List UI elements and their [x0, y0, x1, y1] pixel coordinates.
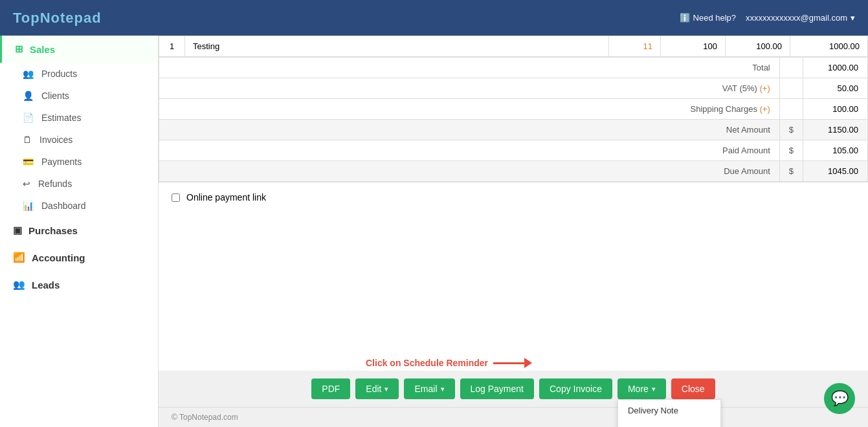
more-button[interactable]: More ▾	[618, 378, 666, 399]
due-value: 1045.00	[803, 161, 868, 182]
sidebar-accounting-label: Accounting	[32, 252, 85, 263]
email-label: Email	[414, 384, 437, 394]
sidebar-item-products[interactable]: 👥 Products	[0, 63, 158, 85]
delivery-note-option[interactable]: Delivery Note	[618, 400, 720, 421]
app-logo[interactable]: TopNotepad	[13, 10, 102, 27]
invoice-table: 1 Testing 11 100 100.00 1000.00	[159, 36, 868, 57]
email-dropdown-container: Email ▾	[404, 378, 454, 399]
edit-dropdown-container: Edit ▾	[355, 378, 399, 399]
summary-total-row: Total 1000.00	[159, 58, 868, 78]
annotation-text: Click on Schedule Reminder	[366, 358, 488, 368]
sidebar-item-refunds[interactable]: ↩ Refunds	[0, 173, 158, 195]
email-button[interactable]: Email ▾	[404, 378, 454, 399]
sidebar-item-dashboard[interactable]: 📊 Dashboard	[0, 195, 158, 217]
footer-copyright: © TopNotepad.com	[172, 413, 238, 422]
sidebar-item-estimates[interactable]: 📄 Estimates	[0, 107, 158, 129]
main-content: 1 Testing 11 100 100.00 1000.00 Total 10…	[159, 36, 868, 427]
sidebar-products-label: Products	[41, 69, 77, 79]
help-icon: ℹ️	[680, 13, 690, 23]
copy-invoice-button[interactable]: Copy Invoice	[539, 378, 612, 399]
paid-currency: $	[779, 140, 803, 161]
help-link[interactable]: ℹ️ Need help?	[680, 13, 737, 23]
arrow-icon	[493, 356, 532, 369]
total-label: Total	[159, 58, 780, 78]
footer: © TopNotepad.com	[159, 407, 868, 427]
products-icon: 👥	[23, 69, 34, 79]
row-num: 1	[159, 36, 185, 57]
sidebar-item-clients[interactable]: 👤 Clients	[0, 85, 158, 107]
sidebar-sales-label: Sales	[30, 44, 55, 55]
action-bar: PDF Edit ▾ Email ▾ Log Payment Copy Invo…	[159, 371, 868, 407]
log-payment-button[interactable]: Log Payment	[460, 378, 535, 399]
sidebar-leads-header[interactable]: 👥 Leads	[0, 271, 158, 298]
chevron-down-icon: ▾	[851, 13, 855, 23]
summary-due-row: Due Amount $ 1045.00	[159, 161, 868, 182]
more-dropdown-menu: Delivery Note Log Expense Schedule Remin…	[618, 399, 721, 427]
summary-table: Total 1000.00 VAT (5%) (+) 50.00 Shippi	[159, 57, 868, 182]
total-value: 1000.00	[803, 58, 868, 78]
row-qty: 11	[609, 36, 661, 57]
logo-notepad: Notepad	[40, 10, 102, 26]
dashboard-icon: 📊	[23, 201, 34, 211]
net-amount-label: Net Amount	[159, 120, 780, 140]
sidebar-accounting-header[interactable]: 📶 Accounting	[0, 244, 158, 271]
vat-value: 50.00	[803, 78, 868, 99]
log-expense-option[interactable]: Log Expense	[618, 421, 720, 427]
header-right: ℹ️ Need help? xxxxxxxxxxxxx@gmail.com ▾	[680, 13, 855, 23]
row-total: 1000.00	[790, 36, 868, 57]
sidebar-purchases-header[interactable]: ▣ Purchases	[0, 217, 158, 244]
accounting-icon: 📶	[13, 252, 25, 263]
shipping-label: Shipping Charges (+)	[159, 99, 780, 120]
shipping-value: 100.00	[803, 99, 868, 120]
refunds-icon: ↩	[23, 179, 30, 189]
more-chevron-icon: ▾	[652, 385, 656, 393]
logo-top: Top	[13, 10, 40, 26]
vat-label: VAT (5%) (+)	[159, 78, 780, 99]
main-layout: ⊞ Sales 👥 Products 👤 Clients 📄 Estimates…	[0, 36, 868, 427]
pdf-button[interactable]: PDF	[311, 378, 350, 399]
table-row: 1 Testing 11 100 100.00 1000.00	[159, 36, 868, 57]
edit-button[interactable]: Edit ▾	[355, 378, 399, 399]
due-currency: $	[779, 161, 803, 182]
summary-shipping-row: Shipping Charges (+) 100.00	[159, 99, 868, 120]
summary-net-row: Net Amount $ 1150.00	[159, 120, 868, 140]
leads-icon: 👥	[13, 279, 25, 290]
clients-icon: 👤	[23, 91, 34, 101]
user-email: xxxxxxxxxxxxx@gmail.com	[746, 13, 847, 23]
close-button[interactable]: Close	[671, 378, 715, 399]
user-menu[interactable]: xxxxxxxxxxxxx@gmail.com ▾	[746, 13, 855, 23]
payments-icon: 💳	[23, 157, 34, 167]
paid-amount-label: Paid Amount	[159, 140, 780, 161]
sidebar: ⊞ Sales 👥 Products 👤 Clients 📄 Estimates…	[0, 36, 159, 427]
sidebar-sales-header[interactable]: ⊞ Sales	[0, 36, 158, 63]
online-payment-checkbox[interactable]	[172, 193, 180, 202]
chat-bubble[interactable]: 💬	[824, 383, 855, 414]
row-description: Testing	[185, 36, 609, 57]
sidebar-item-payments[interactable]: 💳 Payments	[0, 151, 158, 173]
net-currency: $	[779, 120, 803, 140]
row-rate: 100	[661, 36, 726, 57]
summary-paid-row: Paid Amount $ 105.00	[159, 140, 868, 161]
sidebar-payments-label: Payments	[41, 157, 82, 167]
edit-label: Edit	[366, 384, 381, 394]
paid-value: 105.00	[803, 140, 868, 161]
sidebar-dashboard-label: Dashboard	[41, 201, 86, 211]
row-amount: 100.00	[726, 36, 790, 57]
app-header: TopNotepad ℹ️ Need help? xxxxxxxxxxxxx@g…	[0, 0, 868, 36]
net-value: 1150.00	[803, 120, 868, 140]
chat-icon: 💬	[831, 390, 849, 407]
purchases-icon: ▣	[13, 224, 22, 236]
online-payment-label: Online payment link	[186, 192, 266, 203]
sidebar-purchases-label: Purchases	[28, 225, 78, 236]
sidebar-invoices-label: Invoices	[39, 135, 72, 145]
annotation: Click on Schedule Reminder	[366, 356, 532, 369]
more-label: More	[628, 384, 649, 394]
invoices-icon: 🗒	[23, 135, 32, 145]
sales-icon: ⊞	[15, 43, 23, 55]
edit-chevron-icon: ▾	[384, 385, 388, 393]
sidebar-item-invoices[interactable]: 🗒 Invoices	[0, 129, 158, 151]
email-chevron-icon: ▾	[441, 385, 445, 393]
summary-vat-row: VAT (5%) (+) 50.00	[159, 78, 868, 99]
due-amount-label: Due Amount	[159, 161, 780, 182]
sidebar-estimates-label: Estimates	[41, 113, 81, 123]
